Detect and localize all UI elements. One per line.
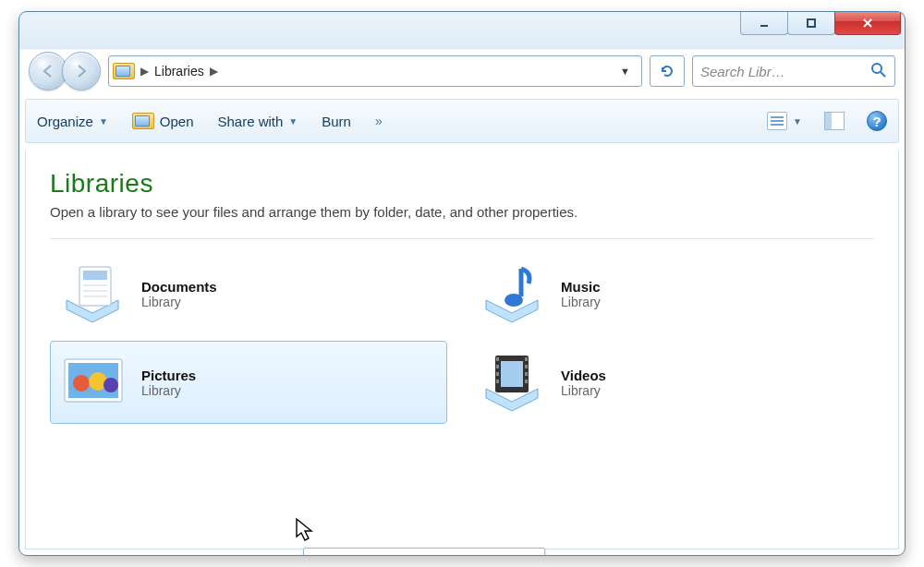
- svg-rect-25: [525, 372, 528, 376]
- view-icon: [767, 112, 787, 130]
- explorer-window: ▶ Libraries ▶ ▼ Search Libr… Organize ▼ …: [18, 11, 906, 556]
- address-bar[interactable]: ▶ Libraries ▶ ▼: [108, 55, 642, 87]
- divider: [50, 238, 874, 239]
- item-subtitle: Library: [141, 295, 217, 309]
- item-name: Music: [561, 279, 601, 295]
- maximize-button[interactable]: [787, 11, 835, 35]
- close-button[interactable]: [834, 11, 901, 35]
- svg-rect-24: [525, 365, 528, 368]
- svg-rect-7: [83, 271, 107, 280]
- svg-rect-22: [496, 380, 499, 383]
- search-input[interactable]: Search Libr…: [692, 55, 895, 87]
- library-grid: Documents Library Music Library: [50, 252, 874, 424]
- folder-icon: [132, 113, 154, 129]
- window-caption-buttons: [741, 11, 901, 35]
- nav-buttons: [29, 52, 101, 90]
- address-history-dropdown[interactable]: ▼: [613, 66, 638, 77]
- burn-label: Burn: [322, 114, 351, 129]
- pictures-icon: [60, 349, 127, 416]
- svg-rect-1: [808, 19, 815, 27]
- help-button[interactable]: ?: [867, 111, 887, 131]
- svg-rect-26: [525, 380, 528, 383]
- svg-line-5: [881, 72, 885, 77]
- music-icon: [480, 260, 546, 327]
- page-subtitle: Open a library to see your files and arr…: [50, 204, 874, 220]
- videos-icon: [480, 349, 546, 416]
- svg-point-4: [872, 64, 881, 73]
- item-name: Videos: [561, 368, 606, 383]
- breadcrumb-separator-icon: ▶: [140, 65, 149, 78]
- library-item-music[interactable]: Music Library: [469, 252, 867, 335]
- mouse-cursor-icon: [296, 518, 316, 544]
- share-with-menu[interactable]: Share with ▼: [217, 114, 298, 129]
- page-title: Libraries: [50, 169, 874, 199]
- refresh-icon: [658, 62, 676, 80]
- libraries-icon: [113, 60, 135, 82]
- breadcrumb-separator-icon: ▶: [210, 65, 218, 78]
- svg-rect-19: [496, 357, 499, 361]
- svg-point-11: [505, 294, 523, 307]
- library-item-documents[interactable]: Documents Library: [50, 252, 447, 335]
- item-name: Documents: [141, 279, 217, 295]
- documents-icon: [60, 260, 127, 327]
- svg-rect-18: [501, 361, 523, 387]
- open-label: Open: [160, 114, 194, 129]
- content-area: Libraries Open a library to see your fil…: [25, 151, 899, 549]
- svg-rect-20: [496, 365, 499, 368]
- item-name: Pictures: [141, 368, 196, 383]
- toolbar-overflow[interactable]: »: [375, 114, 384, 128]
- svg-rect-23: [525, 357, 528, 361]
- library-item-videos[interactable]: Videos Library: [469, 341, 867, 424]
- svg-point-16: [103, 378, 118, 392]
- svg-rect-21: [496, 372, 499, 376]
- organize-label: Organize: [37, 114, 93, 129]
- breadcrumb-location[interactable]: Libraries: [154, 64, 204, 78]
- refresh-button[interactable]: [650, 55, 685, 87]
- item-subtitle: Library: [141, 383, 196, 398]
- svg-point-14: [73, 375, 90, 392]
- library-item-pictures[interactable]: Pictures Library: [50, 341, 447, 424]
- organize-menu[interactable]: Organize ▼: [37, 114, 108, 129]
- share-with-label: Share with: [217, 114, 283, 129]
- chevron-down-icon: ▼: [793, 116, 802, 127]
- chevron-down-icon: ▼: [99, 116, 108, 127]
- preview-pane-button[interactable]: [824, 112, 845, 130]
- item-subtitle: Library: [561, 295, 601, 309]
- command-toolbar: Organize ▼ Open Share with ▼ Burn » ▼ ?: [25, 99, 899, 143]
- chevron-down-icon: ▼: [288, 116, 298, 127]
- minimize-button[interactable]: [740, 11, 788, 35]
- burn-button[interactable]: Burn: [322, 114, 351, 129]
- navigation-row: ▶ Libraries ▶ ▼ Search Libr…: [19, 51, 905, 91]
- item-tooltip: Type: Library Date modified: 11/8/2009 1…: [303, 548, 545, 556]
- item-subtitle: Library: [561, 383, 606, 398]
- view-options-button[interactable]: ▼: [767, 112, 802, 130]
- forward-button[interactable]: [62, 52, 101, 90]
- search-icon: [870, 62, 887, 81]
- open-button[interactable]: Open: [132, 113, 194, 129]
- search-placeholder: Search Libr…: [700, 64, 785, 79]
